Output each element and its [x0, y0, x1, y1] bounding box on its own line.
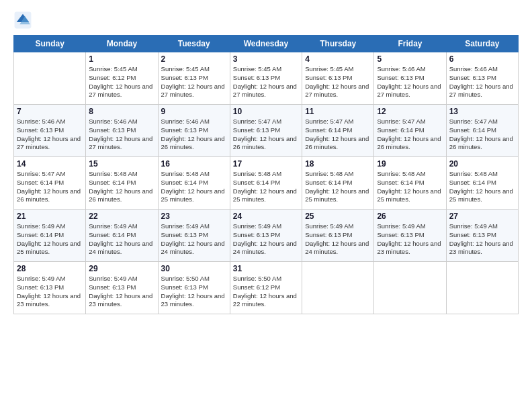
- day-number: 21: [17, 212, 83, 221]
- day-info: Sunrise: 5:46 AMSunset: 6:13 PMDaylight:…: [377, 65, 443, 99]
- day-header-monday: Monday: [86, 36, 158, 52]
- day-number: 17: [233, 159, 299, 169]
- day-info: Sunrise: 5:48 AMSunset: 6:14 PMDaylight:…: [233, 170, 299, 204]
- day-info: Sunrise: 5:49 AMSunset: 6:13 PMDaylight:…: [17, 275, 83, 309]
- day-info: Sunrise: 5:46 AMSunset: 6:13 PMDaylight:…: [89, 118, 154, 152]
- calendar-cell: 29Sunrise: 5:49 AMSunset: 6:13 PMDayligh…: [86, 262, 158, 314]
- day-number: 4: [305, 54, 371, 64]
- calendar-cell: 18Sunrise: 5:48 AMSunset: 6:14 PMDayligh…: [302, 157, 374, 210]
- day-number: 14: [17, 159, 83, 169]
- day-number: 5: [377, 54, 443, 64]
- day-info: Sunrise: 5:49 AMSunset: 6:14 PMDaylight:…: [89, 222, 154, 257]
- day-number: 7: [17, 107, 83, 116]
- day-info: Sunrise: 5:47 AMSunset: 6:14 PMDaylight:…: [377, 118, 443, 152]
- day-number: 13: [449, 107, 515, 116]
- day-info: Sunrise: 5:48 AMSunset: 6:14 PMDaylight:…: [89, 170, 154, 204]
- calendar-cell: 23Sunrise: 5:49 AMSunset: 6:13 PMDayligh…: [158, 210, 230, 262]
- day-info: Sunrise: 5:46 AMSunset: 6:13 PMDaylight:…: [449, 65, 515, 99]
- day-number: 16: [161, 159, 227, 169]
- day-number: 15: [89, 159, 154, 169]
- calendar-cell: 20Sunrise: 5:48 AMSunset: 6:14 PMDayligh…: [446, 157, 518, 210]
- day-info: Sunrise: 5:50 AMSunset: 6:13 PMDaylight:…: [161, 275, 227, 309]
- calendar-cell: 21Sunrise: 5:49 AMSunset: 6:14 PMDayligh…: [14, 210, 86, 262]
- day-info: Sunrise: 5:48 AMSunset: 6:14 PMDaylight:…: [449, 170, 515, 204]
- day-info: Sunrise: 5:49 AMSunset: 6:13 PMDaylight:…: [89, 275, 154, 309]
- day-number: 29: [89, 264, 154, 273]
- day-info: Sunrise: 5:49 AMSunset: 6:13 PMDaylight:…: [449, 222, 515, 257]
- day-header-thursday: Thursday: [302, 36, 374, 52]
- calendar-cell: 17Sunrise: 5:48 AMSunset: 6:14 PMDayligh…: [230, 157, 302, 210]
- day-info: Sunrise: 5:47 AMSunset: 6:14 PMDaylight:…: [449, 118, 515, 152]
- day-info: Sunrise: 5:45 AMSunset: 6:13 PMDaylight:…: [305, 65, 371, 99]
- calendar-cell: 9Sunrise: 5:46 AMSunset: 6:13 PMDaylight…: [158, 105, 230, 157]
- day-number: 8: [89, 107, 154, 116]
- day-info: Sunrise: 5:49 AMSunset: 6:13 PMDaylight:…: [377, 222, 443, 257]
- logo-icon: [13, 11, 32, 30]
- day-info: Sunrise: 5:45 AMSunset: 6:13 PMDaylight:…: [233, 65, 299, 99]
- day-header-wednesday: Wednesday: [230, 36, 302, 52]
- day-header-friday: Friday: [374, 36, 446, 52]
- calendar-cell: [446, 262, 518, 314]
- calendar-cell: 26Sunrise: 5:49 AMSunset: 6:13 PMDayligh…: [374, 210, 446, 262]
- calendar-cell: 3Sunrise: 5:45 AMSunset: 6:13 PMDaylight…: [230, 52, 302, 105]
- day-number: 19: [377, 159, 443, 169]
- calendar-cell: 6Sunrise: 5:46 AMSunset: 6:13 PMDaylight…: [446, 52, 518, 105]
- day-number: 6: [449, 54, 515, 64]
- day-number: 2: [161, 54, 227, 64]
- day-info: Sunrise: 5:48 AMSunset: 6:14 PMDaylight:…: [161, 170, 227, 204]
- day-number: 25: [305, 212, 371, 221]
- week-row-5: 28Sunrise: 5:49 AMSunset: 6:13 PMDayligh…: [14, 262, 519, 314]
- header: [13, 11, 519, 30]
- calendar-cell: 11Sunrise: 5:47 AMSunset: 6:14 PMDayligh…: [302, 105, 374, 157]
- calendar-cell: 5Sunrise: 5:46 AMSunset: 6:13 PMDaylight…: [374, 52, 446, 105]
- calendar-cell: 8Sunrise: 5:46 AMSunset: 6:13 PMDaylight…: [86, 105, 158, 157]
- day-number: 9: [161, 107, 227, 116]
- day-info: Sunrise: 5:49 AMSunset: 6:13 PMDaylight:…: [233, 222, 299, 257]
- day-header-sunday: Sunday: [14, 36, 86, 52]
- calendar-cell: 31Sunrise: 5:50 AMSunset: 6:12 PMDayligh…: [230, 262, 302, 314]
- day-info: Sunrise: 5:49 AMSunset: 6:13 PMDaylight:…: [161, 222, 227, 257]
- day-info: Sunrise: 5:46 AMSunset: 6:13 PMDaylight:…: [161, 118, 227, 152]
- day-number: 20: [449, 159, 515, 169]
- day-number: 31: [233, 264, 299, 273]
- day-number: 3: [233, 54, 299, 64]
- day-info: Sunrise: 5:50 AMSunset: 6:12 PMDaylight:…: [233, 275, 299, 309]
- calendar-table: SundayMondayTuesdayWednesdayThursdayFrid…: [13, 35, 519, 314]
- calendar-cell: 24Sunrise: 5:49 AMSunset: 6:13 PMDayligh…: [230, 210, 302, 262]
- calendar-cell: 13Sunrise: 5:47 AMSunset: 6:14 PMDayligh…: [446, 105, 518, 157]
- day-number: 30: [161, 264, 227, 273]
- day-info: Sunrise: 5:49 AMSunset: 6:14 PMDaylight:…: [17, 222, 83, 257]
- calendar-cell: 28Sunrise: 5:49 AMSunset: 6:13 PMDayligh…: [14, 262, 86, 314]
- calendar-cell: 14Sunrise: 5:47 AMSunset: 6:14 PMDayligh…: [14, 157, 86, 210]
- day-number: 23: [161, 212, 227, 221]
- calendar-cell: 30Sunrise: 5:50 AMSunset: 6:13 PMDayligh…: [158, 262, 230, 314]
- day-number: 12: [377, 107, 443, 116]
- calendar-cell: 15Sunrise: 5:48 AMSunset: 6:14 PMDayligh…: [86, 157, 158, 210]
- calendar-cell: 10Sunrise: 5:47 AMSunset: 6:13 PMDayligh…: [230, 105, 302, 157]
- calendar-cell: 16Sunrise: 5:48 AMSunset: 6:14 PMDayligh…: [158, 157, 230, 210]
- calendar-cell: 2Sunrise: 5:45 AMSunset: 6:13 PMDaylight…: [158, 52, 230, 105]
- day-info: Sunrise: 5:47 AMSunset: 6:14 PMDaylight:…: [17, 170, 83, 204]
- day-info: Sunrise: 5:46 AMSunset: 6:13 PMDaylight:…: [17, 118, 83, 152]
- day-number: 10: [233, 107, 299, 116]
- calendar-cell: [302, 262, 374, 314]
- day-number: 28: [17, 264, 83, 273]
- calendar-cell: 7Sunrise: 5:46 AMSunset: 6:13 PMDaylight…: [14, 105, 86, 157]
- day-info: Sunrise: 5:48 AMSunset: 6:14 PMDaylight:…: [305, 170, 371, 204]
- day-header-tuesday: Tuesday: [158, 36, 230, 52]
- day-info: Sunrise: 5:49 AMSunset: 6:13 PMDaylight:…: [305, 222, 371, 257]
- day-info: Sunrise: 5:47 AMSunset: 6:14 PMDaylight:…: [305, 118, 371, 152]
- calendar-cell: [374, 262, 446, 314]
- calendar-cell: 19Sunrise: 5:48 AMSunset: 6:14 PMDayligh…: [374, 157, 446, 210]
- day-number: 27: [449, 212, 515, 221]
- day-number: 22: [89, 212, 154, 221]
- week-row-2: 7Sunrise: 5:46 AMSunset: 6:13 PMDaylight…: [14, 105, 519, 157]
- day-info: Sunrise: 5:45 AMSunset: 6:13 PMDaylight:…: [161, 65, 227, 99]
- calendar-cell: 4Sunrise: 5:45 AMSunset: 6:13 PMDaylight…: [302, 52, 374, 105]
- week-row-4: 21Sunrise: 5:49 AMSunset: 6:14 PMDayligh…: [14, 210, 519, 262]
- day-number: 26: [377, 212, 443, 221]
- day-info: Sunrise: 5:45 AMSunset: 6:12 PMDaylight:…: [89, 65, 154, 99]
- calendar-cell: 27Sunrise: 5:49 AMSunset: 6:13 PMDayligh…: [446, 210, 518, 262]
- day-number: 24: [233, 212, 299, 221]
- calendar-cell: 25Sunrise: 5:49 AMSunset: 6:13 PMDayligh…: [302, 210, 374, 262]
